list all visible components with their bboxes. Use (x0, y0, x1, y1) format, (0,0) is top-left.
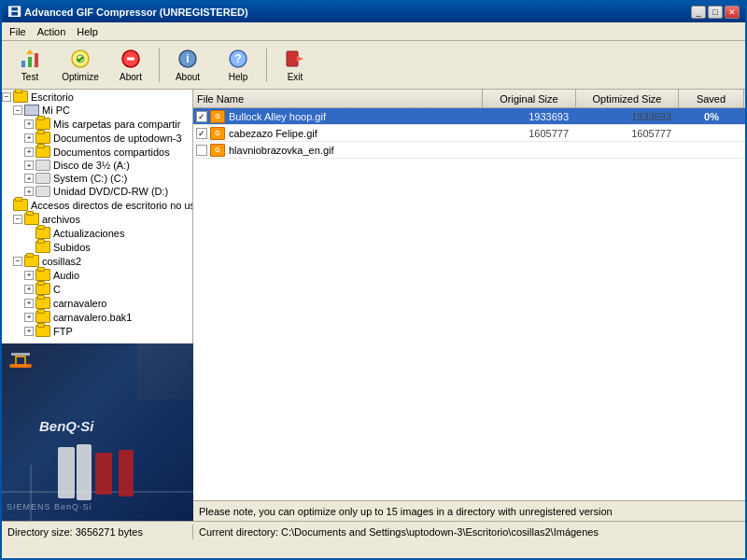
tree-item-escritorio[interactable]: −Escritorio (2, 90, 192, 104)
col-header-saved[interactable]: Saved (679, 90, 744, 107)
abort-icon (120, 48, 142, 70)
tree-toggle-escritorio[interactable]: − (2, 92, 11, 102)
file-name-0: Bullock Alley hoop.gif (227, 111, 483, 122)
tree-toggle-mis-carpetas[interactable]: + (24, 119, 34, 129)
folder-icon-actualizaciones (35, 227, 50, 239)
file-checkbox-1[interactable] (193, 128, 210, 139)
abort-button[interactable]: Abort (106, 45, 155, 86)
tree-toggle-cosillas2[interactable]: − (13, 257, 22, 266)
menu-action[interactable]: Action (32, 24, 72, 39)
optimize-icon (69, 48, 92, 70)
tree-item-audio[interactable]: +Audio (2, 268, 192, 282)
file-original-1: 1605777 (483, 128, 576, 139)
tree-item-disco-a[interactable]: +Disco de 3½ (A:) (2, 159, 192, 172)
minimize-button[interactable]: _ (691, 6, 706, 19)
tree-toggle-documentos-compartidos[interactable]: + (24, 147, 34, 157)
main-area: −Escritorio−Mi PC+Mis carpetas para comp… (2, 90, 745, 521)
tree-item-unidad-dvd[interactable]: +Unidad DVD/CD-RW (D:) (2, 185, 192, 198)
svg-rect-12 (287, 51, 298, 66)
tree-toggle-carnavalero-bak1[interactable]: + (24, 313, 34, 322)
col-header-filename[interactable]: File Name (193, 90, 483, 107)
tree-item-accesos-directos[interactable]: Accesos directos de escritorio no usa (2, 198, 192, 212)
tree-toggle-system-c[interactable]: + (24, 174, 34, 183)
svg-text:?: ? (234, 51, 242, 65)
gif-icon-1: G (210, 127, 225, 140)
test-icon (19, 48, 41, 70)
maximize-button[interactable]: □ (708, 6, 723, 19)
svg-rect-0 (21, 61, 25, 67)
file-row[interactable]: Ghlavniobrazovka_en.gif (193, 142, 745, 159)
tree-toggle-c-folder[interactable]: + (24, 285, 34, 294)
tree-label-mis-carpetas: Mis carpetas para compartir (53, 119, 180, 130)
toolbar-sep-1 (159, 49, 160, 82)
tree-label-archivos: archivos (42, 214, 80, 225)
file-optimized-1: 1605777 (576, 128, 679, 139)
tree-toggle-audio[interactable]: + (24, 271, 34, 280)
tree-item-carnavalero[interactable]: +carnavalero (2, 296, 192, 310)
tree-item-ftp[interactable]: +FTP (2, 324, 192, 338)
col-header-optimized[interactable]: Optimized Size (576, 90, 679, 107)
tree-item-subidos[interactable]: Subidos (2, 240, 192, 254)
menu-file[interactable]: File (4, 24, 32, 39)
optimize-button[interactable]: Optimize (56, 45, 105, 86)
app-title: Advanced GIF Compressor (UNREGISTERED) (24, 7, 248, 18)
tree-toggle-disco-a[interactable]: + (24, 161, 34, 170)
file-row[interactable]: GBullock Alley hoop.gif193369319336930% (193, 108, 745, 125)
help-icon: ? (227, 48, 249, 70)
tree-label-system-c: System (C:) (C:) (53, 173, 127, 184)
folder-icon-carnavalero (35, 297, 50, 309)
exit-button[interactable]: Exit (271, 45, 319, 86)
tree-item-archivos[interactable]: −archivos (2, 212, 192, 226)
computer-icon-mi-pc (24, 105, 39, 116)
svg-text:i: i (186, 52, 189, 65)
tree-label-mi-pc: Mi PC (42, 105, 70, 116)
tree-toggle-ftp[interactable]: + (24, 327, 34, 336)
tree-item-carnavalero-bak1[interactable]: +carnavalero.bak1 (2, 310, 192, 324)
tree-item-documentos-uptodown[interactable]: +Documentos de uptodown-3 (2, 131, 192, 145)
title-bar-left: 🎞 Advanced GIF Compressor (UNREGISTERED) (7, 5, 248, 20)
tree-item-cosillas2[interactable]: −cosillas2 (2, 254, 192, 268)
help-button[interactable]: ? Help (214, 45, 262, 86)
tree-label-carnavalero: carnavalero (53, 298, 106, 309)
title-bar: 🎞 Advanced GIF Compressor (UNREGISTERED)… (2, 2, 745, 22)
tree-label-carnavalero-bak1: carnavalero.bak1 (53, 312, 132, 323)
tree-toggle-mi-pc[interactable]: − (13, 105, 22, 115)
abort-label: Abort (120, 72, 142, 82)
help-label: Help (229, 72, 248, 82)
tree-toggle-archivos[interactable]: − (13, 215, 22, 224)
tree-label-documentos-compartidos: Documentos compartidos (53, 147, 170, 158)
file-original-0: 1933693 (483, 111, 576, 122)
tree-toggle-unidad-dvd[interactable]: + (24, 187, 34, 196)
tree-toggle-documentos-uptodown[interactable]: + (24, 133, 34, 143)
tree-item-documentos-compartidos[interactable]: +Documentos compartidos (2, 145, 192, 159)
close-button[interactable]: ✕ (725, 6, 740, 19)
tree-label-documentos-uptodown: Documentos de uptodown-3 (53, 133, 182, 144)
menu-help[interactable]: Help (71, 24, 104, 39)
tree-item-system-c[interactable]: +System (C:) (C:) (2, 172, 192, 185)
toolbar-sep-2 (266, 49, 267, 82)
file-list-header: File Name Original Size Optimized Size S… (193, 90, 745, 108)
tree-label-audio: Audio (53, 270, 79, 281)
file-name-2: hlavniobrazovka_en.gif (227, 145, 483, 156)
tree-item-actualizaciones[interactable]: Actualizaciones (2, 226, 192, 240)
file-row[interactable]: Gcabezazo Felipe.gif16057771605777 (193, 125, 745, 142)
folder-icon-audio (35, 269, 50, 281)
test-button[interactable]: Test (6, 45, 54, 86)
svg-marker-3 (26, 49, 34, 54)
tree-area[interactable]: −Escritorio−Mi PC+Mis carpetas para comp… (2, 90, 192, 343)
folder-icon-carnavalero-bak1 (35, 311, 50, 323)
test-label: Test (21, 72, 38, 82)
file-checkbox-0[interactable] (193, 111, 210, 122)
file-checkbox-2[interactable] (193, 145, 210, 156)
tree-item-mi-pc[interactable]: −Mi PC (2, 104, 192, 117)
tree-toggle-carnavalero[interactable]: + (24, 299, 34, 308)
file-optimized-0: 1933693 (576, 111, 679, 122)
about-button[interactable]: i About (163, 45, 212, 86)
file-list[interactable]: GBullock Alley hoop.gif193369319336930%G… (193, 108, 745, 500)
col-header-original[interactable]: Original Size (483, 90, 576, 107)
tree-item-c-folder[interactable]: +C (2, 282, 192, 296)
exit-icon (284, 48, 306, 70)
tree-item-mis-carpetas[interactable]: +Mis carpetas para compartir (2, 117, 192, 131)
tree-label-escritorio: Escritorio (31, 91, 74, 103)
benq-logo: BenQ·Si (39, 418, 93, 434)
